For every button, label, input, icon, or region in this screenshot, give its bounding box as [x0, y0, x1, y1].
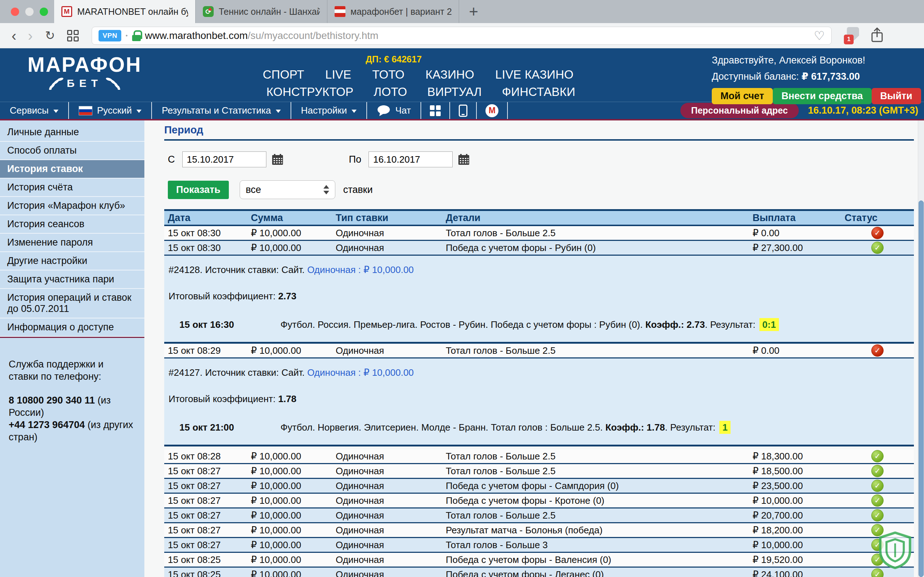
address-bar[interactable]: VPN • www.marathonbet.com/su/myaccount/b… — [92, 27, 832, 45]
bet-date-cell: 15 окт 08:30 — [164, 242, 247, 253]
bet-row[interactable]: 15 окт 08:27₽ 10,000.00ОдиночнаяПобеда с… — [164, 494, 914, 508]
services-menu[interactable]: Сервисы — [0, 102, 69, 119]
back-icon[interactable]: ‹ — [11, 29, 16, 43]
from-date-input[interactable] — [182, 152, 267, 167]
status-won-icon: ✓ — [871, 495, 884, 507]
results-statistics-menu[interactable]: Результаты и Статистика — [152, 102, 291, 119]
bet-date-cell: 15 окт 08:27 — [164, 525, 247, 536]
vpn-badge[interactable]: VPN — [99, 30, 121, 42]
browser-tab[interactable]: ⟳Теннис онлайн - Шанхай Ма — [195, 0, 327, 23]
to-date-input[interactable] — [368, 152, 452, 167]
bet-amount-cell: ₽ 10,000.00 — [247, 345, 332, 356]
show-button[interactable]: Показать — [168, 181, 229, 199]
calendar-icon[interactable] — [458, 154, 470, 165]
personal-address-button[interactable]: Персональный адрес — [680, 103, 799, 118]
russian-flag-icon — [79, 106, 92, 115]
sidebar-item[interactable]: Личные данные — [0, 123, 144, 142]
bet-type-cell: Одиночная — [332, 480, 442, 492]
apps-grid-icon[interactable] — [421, 102, 450, 119]
my-account-button[interactable]: Мой счет — [712, 88, 773, 104]
deposit-button[interactable]: Внести средства — [773, 88, 872, 104]
bet-date-cell: 15 окт 08:27 — [164, 510, 247, 521]
tab-title: MARATHONBET онлайн букм — [77, 6, 188, 17]
sidebar-item[interactable]: История операций и ставок до 05.07.2011 — [0, 289, 144, 318]
header-nav-item[interactable]: ВИРТУАЛ — [427, 85, 482, 99]
sidebar-item[interactable]: История «Марафон клуб» — [0, 197, 144, 215]
header-nav-item[interactable]: LIVE КАЗИНО — [495, 68, 573, 82]
scrollbar-thumb[interactable] — [919, 200, 924, 577]
calendar-icon[interactable] — [272, 154, 283, 165]
bookmark-heart-icon[interactable]: ♡ — [814, 29, 825, 43]
tab-overview-icon[interactable] — [67, 30, 79, 42]
sidebar-item[interactable]: Защита участника пари — [0, 271, 144, 289]
event-description: Футбол. Россия. Премьер-лига. Ростов - Р… — [281, 319, 779, 330]
bet-row[interactable]: 15 окт 08:27₽ 10,000.00ОдиночнаяТотал го… — [164, 464, 914, 479]
sidebar-item[interactable]: Способ оплаты — [0, 142, 144, 160]
result-value: 0:1 — [759, 318, 779, 331]
settings-menu[interactable]: Настройки — [291, 102, 367, 119]
bet-row[interactable]: 15 окт 08:27₽ 10,000.00ОдиночнаяРезульта… — [164, 523, 914, 538]
bet-row[interactable]: 15 окт 08:25₽ 10,000.00ОдиночнаяПобеда с… — [164, 567, 914, 577]
sidebar-item[interactable]: История счёта — [0, 179, 144, 197]
minimize-window-button[interactable] — [25, 8, 34, 16]
header-nav-item[interactable]: СПОРТ — [263, 68, 304, 82]
header-nav-item[interactable]: ФИНСТАВКИ — [502, 85, 575, 99]
bet-type-cell: Одиночная — [332, 451, 442, 462]
chevron-down-icon — [276, 110, 281, 113]
header-nav-item[interactable]: КАЗИНО — [426, 68, 474, 82]
coef-label: Итоговый коэффициент: — [168, 393, 278, 404]
fullscreen-window-button[interactable] — [40, 8, 48, 16]
marathon-m-icon[interactable]: M — [477, 102, 508, 119]
bet-date-cell: 15 окт 08:27 — [164, 480, 247, 492]
status-won-icon: ✓ — [871, 509, 884, 521]
bet-row[interactable]: 15 окт 08:27₽ 10,000.00ОдиночнаяПобеда с… — [164, 479, 914, 494]
extension-badge: 1 — [844, 35, 854, 44]
bet-row[interactable]: 15 окт 08:25₽ 10,000.00ОдиночнаяПобеда с… — [164, 553, 914, 567]
heading-rule — [164, 139, 914, 141]
event-time: 15 окт 21:00 — [168, 422, 281, 433]
close-window-button[interactable] — [11, 8, 19, 16]
sidebar-item[interactable]: Информация о доступе — [0, 318, 144, 337]
logo-text-top: МАРАФОН — [19, 54, 150, 76]
zenmate-shield-icon[interactable] — [879, 532, 912, 571]
bet-amount-cell: ₽ 10,000.00 — [247, 227, 332, 239]
bet-stake-link[interactable]: Одиночная : ₽ 10,000.00 — [307, 367, 414, 378]
browser-tab[interactable]: MMARATHONBET онлайн букм — [54, 0, 195, 23]
bet-row[interactable]: 15 окт 08:29₽ 10,000.00ОдиночнаяТотал го… — [164, 344, 914, 358]
marathonbet-logo[interactable]: МАРАФОН БЕТ — [19, 54, 150, 90]
bet-row[interactable]: 15 окт 08:27₽ 10,000.00ОдиночнаяТотал го… — [164, 508, 914, 523]
share-icon[interactable] — [871, 27, 884, 44]
bet-status-cell: ✓ — [841, 450, 914, 462]
bet-coefficient-line: Итоговый коэффициент: 1.78 — [168, 393, 914, 405]
bet-date-cell: 15 окт 08:27 — [164, 540, 247, 551]
sidebar-item[interactable]: История ставок — [0, 160, 144, 179]
balance-value: ₽ 617,733.00 — [802, 71, 860, 82]
extension-icon[interactable]: 1 — [844, 27, 860, 44]
header-nav-item[interactable]: LIVE — [325, 68, 351, 82]
bet-row[interactable]: 15 окт 08:30₽ 10,000.00ОдиночнаяПобеда с… — [164, 241, 914, 256]
sidebar-item[interactable]: История сеансов — [0, 215, 144, 234]
language-menu[interactable]: Русский — [69, 102, 152, 119]
reload-icon[interactable]: ↻ — [45, 29, 55, 42]
bet-details-cell: Победа с учетом форы - Кротоне (0) — [442, 495, 749, 506]
header-nav-item[interactable]: ТОТО — [372, 68, 405, 82]
bet-row[interactable]: 15 окт 08:28₽ 10,000.00ОдиночнаяТотал го… — [164, 449, 914, 464]
bet-filter-select[interactable]: все — [240, 180, 335, 199]
bet-stake-link[interactable]: Одиночная : ₽ 10,000.00 — [307, 264, 414, 275]
result-label: . Результат: — [705, 319, 758, 330]
logout-button[interactable]: Выйти — [872, 88, 921, 104]
bet-row[interactable]: 15 окт 08:30₽ 10,000.00ОдиночнаяТотал го… — [164, 226, 914, 241]
browser-tab[interactable]: марафонбет | вариант 2 под — [327, 0, 459, 23]
bet-amount-cell: ₽ 10,000.00 — [247, 242, 332, 253]
header-nav-item[interactable]: ЛОТО — [373, 85, 407, 99]
sidebar-item[interactable]: Изменение пароля — [0, 234, 144, 252]
sidebar-item[interactable]: Другие настройки — [0, 252, 144, 271]
chat-button[interactable]: Чат — [367, 102, 421, 119]
mobile-icon[interactable] — [450, 102, 477, 119]
m-red-favicon — [334, 6, 346, 17]
header-nav-item[interactable]: КОНСТРУКТОР — [267, 85, 353, 99]
bet-row[interactable]: 15 окт 08:27₽ 10,000.00ОдиночнаяТотал го… — [164, 538, 914, 553]
new-tab-button[interactable]: + — [459, 0, 488, 23]
forward-icon[interactable]: › — [28, 29, 32, 43]
event-text: Футбол. Норвегия. Элитсериен. Молде - Бр… — [281, 422, 605, 433]
